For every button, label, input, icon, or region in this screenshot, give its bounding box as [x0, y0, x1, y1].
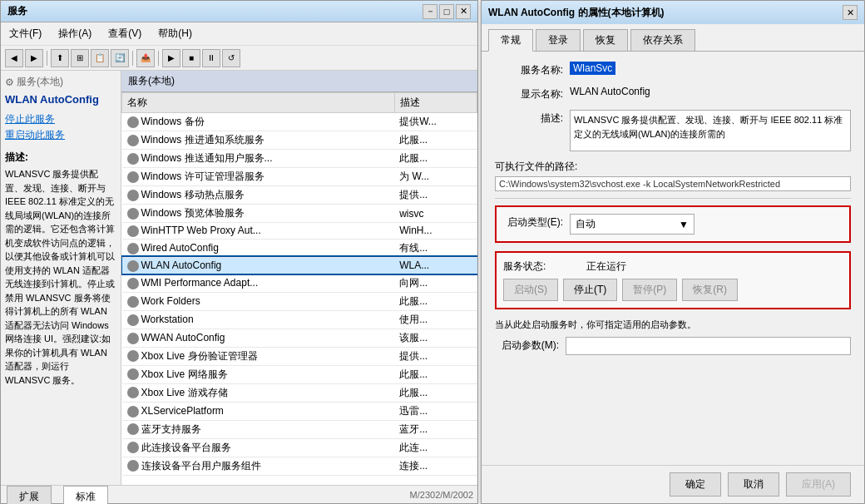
toolbar-separator3	[158, 51, 159, 66]
restart-button[interactable]: ↺	[222, 49, 240, 67]
service-icon	[127, 423, 139, 435]
service-name-text: Windows 推进通知系统服务	[141, 134, 264, 146]
back-button[interactable]: ◀	[5, 49, 23, 67]
table-row[interactable]: Windows 预览体验服务wisvc	[122, 205, 477, 223]
cancel-button[interactable]: 取消	[728, 472, 779, 497]
table-row[interactable]: 蓝牙支持服务蓝牙...	[122, 420, 477, 438]
stop-button[interactable]: 停止(T)	[563, 279, 617, 301]
tab-expand[interactable]: 扩展	[7, 486, 52, 505]
table-row[interactable]: Windows 推送通知用户服务...此服...	[122, 150, 477, 168]
pause-button[interactable]: 暂停(P)	[622, 279, 677, 301]
tab-dependencies[interactable]: 依存关系	[630, 29, 695, 51]
refresh-button[interactable]: 🔄	[111, 49, 129, 67]
service-icon	[127, 153, 139, 165]
tab-general[interactable]: 常规	[488, 29, 533, 52]
start-button[interactable]: 启动(S)	[503, 279, 558, 301]
bottom-info: M/2302/M/2002	[410, 490, 473, 500]
stop-service-link[interactable]: 停止此服务	[5, 112, 116, 126]
menu-help[interactable]: 帮助(H)	[150, 24, 200, 43]
minimize-button[interactable]: －	[423, 4, 437, 19]
description-field-value: WLANSVC 服务提供配置、发现、连接、断开与 IEEE 802.11 标准定…	[570, 110, 851, 151]
service-name-text: WMI Performance Adapt...	[141, 277, 259, 289]
table-row[interactable]: Windows 推进通知系统服务此服...	[122, 131, 477, 150]
service-desc-cell: 蓝牙...	[394, 420, 477, 438]
startup-current-value: 自动	[576, 217, 596, 231]
apply-button[interactable]: 应用(A)	[786, 472, 851, 497]
close-button[interactable]: ✕	[456, 4, 471, 19]
service-name-text: 连接设备平台用户服务组件	[141, 460, 261, 472]
table-row[interactable]: Work Folders此服...	[122, 292, 477, 310]
dialog-close-button[interactable]: ✕	[843, 5, 858, 20]
left-panel-title: ⚙ 服务(本地)	[5, 75, 116, 89]
table-row[interactable]: Windows 移动热点服务提供...	[122, 186, 477, 205]
service-name-text: Windows 推送通知用户服务...	[141, 152, 273, 164]
service-icon	[127, 350, 139, 362]
forward-button[interactable]: ▶	[25, 49, 43, 67]
table-row[interactable]: 连接设备平台用户服务组件连接...	[122, 457, 477, 475]
menu-view[interactable]: 查看(V)	[100, 24, 150, 43]
up-button[interactable]: ⬆	[51, 49, 69, 67]
stop-button[interactable]: ■	[182, 49, 200, 67]
table-row[interactable]: Windows 备份提供W...	[122, 113, 477, 131]
params-input[interactable]	[566, 337, 851, 355]
table-row[interactable]: WinHTTP Web Proxy Aut...WinH...	[122, 223, 477, 240]
ok-button[interactable]: 确定	[670, 472, 721, 497]
tab-recovery[interactable]: 恢复	[583, 29, 628, 51]
table-row[interactable]: WWAN AutoConfig该服...	[122, 329, 477, 347]
service-desc-cell: 提供...	[394, 186, 477, 205]
service-name-text: Windows 移动热点服务	[141, 189, 245, 200]
maximize-button[interactable]: □	[439, 4, 454, 19]
service-desc-cell: 此服...	[394, 292, 477, 310]
toolbar-separator	[47, 51, 47, 66]
table-row[interactable]: Xbox Live 身份验证管理器提供...	[122, 347, 477, 365]
service-icon	[127, 260, 139, 272]
service-name-cell: Windows 许可证管理器服务	[122, 168, 395, 186]
service-desc-cell: 此服...	[394, 131, 477, 150]
service-name-text: Wired AutoConfig	[141, 242, 219, 254]
services-table[interactable]: 名称 描述 Windows 备份提供W...Windows 推进通知系统服务此服…	[121, 92, 477, 485]
display-name-value: WLAN AutoConfig	[570, 86, 851, 97]
table-row[interactable]: WLAN AutoConfigWLA...	[122, 257, 477, 274]
startup-type-row: 启动类型(E): 自动 ▼	[503, 214, 843, 235]
service-name-cell: 连接设备平台用户服务组件	[122, 457, 395, 475]
tab-standard[interactable]: 标准	[63, 486, 108, 505]
table-row[interactable]: Xbox Live 游戏存储此服...	[122, 383, 477, 402]
table-row[interactable]: WMI Performance Adapt...向网...	[122, 274, 477, 292]
properties-button[interactable]: 📋	[91, 49, 109, 67]
col-name-header[interactable]: 名称	[122, 93, 395, 113]
startup-type-select[interactable]: 自动 ▼	[570, 214, 694, 235]
service-desc-cell: 此服...	[394, 150, 477, 168]
service-name-cell: WinHTTP Web Proxy Aut...	[122, 223, 395, 240]
service-icon	[127, 243, 139, 254]
table-row[interactable]: 此连接设备平台服务此连...	[122, 438, 477, 457]
service-desc-cell: WinH...	[394, 223, 477, 240]
service-name-text: Xbox Live 网络服务	[141, 368, 228, 380]
service-icon	[127, 225, 139, 237]
table-row[interactable]: Wired AutoConfig有线...	[122, 239, 477, 257]
display-name-row: 显示名称: WLAN AutoConfig	[495, 86, 851, 101]
menu-action[interactable]: 操作(A)	[50, 24, 100, 43]
table-row[interactable]: Xbox Live 网络服务此服...	[122, 365, 477, 383]
show-hide-button[interactable]: ⊞	[71, 49, 89, 67]
menu-file[interactable]: 文件(F)	[1, 24, 50, 43]
restart-service-link[interactable]: 重启动此服务	[5, 128, 116, 142]
service-name-text: WLAN AutoConfig	[141, 259, 222, 271]
service-name-cell: Xbox Live 身份验证管理器	[122, 347, 395, 365]
tab-login[interactable]: 登录	[536, 29, 581, 51]
service-name-text: Windows 许可证管理器服务	[141, 170, 264, 182]
service-name-text: Work Folders	[141, 295, 200, 307]
service-name-cell: WLAN AutoConfig	[122, 257, 395, 274]
table-row[interactable]: Workstation使用...	[122, 310, 477, 329]
export-button[interactable]: 📤	[136, 49, 155, 67]
pause-button[interactable]: ⏸	[202, 49, 220, 67]
service-icon	[127, 442, 139, 453]
service-name-text: Xbox Live 身份验证管理器	[141, 350, 258, 362]
table-row[interactable]: Windows 许可证管理器服务为 W...	[122, 168, 477, 186]
description-textarea[interactable]: WLANSVC 服务提供配置、发现、连接、断开与 IEEE 802.11 标准定…	[570, 110, 851, 151]
right-panel: 服务(本地) 名称 描述 Windows 备份提供W...Windows 推进通…	[121, 71, 477, 485]
resume-button[interactable]: 恢复(R)	[682, 279, 738, 301]
play-button[interactable]: ▶	[162, 49, 180, 67]
table-row[interactable]: XLServicePlatform迅雷...	[122, 402, 477, 420]
service-name-cell: WMI Performance Adapt...	[122, 274, 395, 292]
col-desc-header[interactable]: 描述	[394, 93, 477, 113]
